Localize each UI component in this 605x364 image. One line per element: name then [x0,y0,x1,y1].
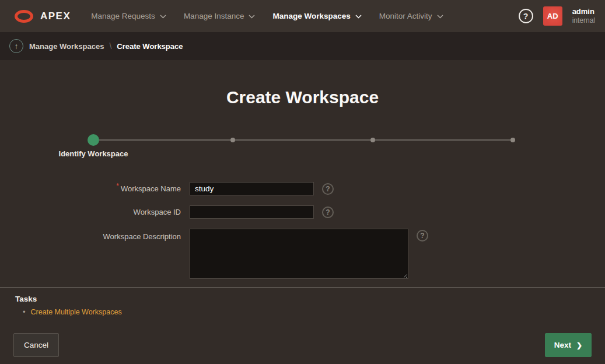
oracle-logo-icon [15,10,33,23]
chevron-down-icon [437,15,443,19]
label-text: Workspace Description [103,232,181,241]
tasks-title: Tasks [15,295,590,303]
chevron-down-icon [355,15,362,19]
required-marker: * [116,182,119,190]
nav-manage-workspaces[interactable]: Manage Workspaces [264,0,370,32]
nav-label: Monitor Activity [379,12,432,20]
nav-label: Manage Workspaces [272,12,350,20]
create-multiple-workspaces-link[interactable]: Create Multiple Workspaces [31,308,122,316]
field-row-workspace-id: Workspace ID ? [0,205,334,219]
chevron-down-icon [160,15,166,19]
workspace-id-help-icon[interactable]: ? [322,206,334,218]
nav-manage-requests[interactable]: Manage Requests [82,0,175,32]
nav-label: Manage Requests [91,12,155,20]
field-row-workspace-name: *Workspace Name ? [0,182,334,195]
breadcrumb-parent[interactable]: Manage Workspaces [29,42,104,51]
nav-label: Manage Instance [184,12,244,20]
label-text: Workspace Name [121,184,181,193]
navbar-right: ? AD admin internal [519,6,595,26]
brand-apex: APEX [40,10,71,22]
breadcrumb: ↑ Manage Workspaces \ Create Workspace [0,32,605,60]
next-button[interactable]: Next❯ [545,333,592,357]
bullet-icon: • [23,307,26,316]
wizard-step-3-dot [370,138,375,142]
page-title: Create Workspace [0,88,605,107]
apex-admin-screen: APEX Manage Requests Manage Instance Man… [0,0,605,364]
workspace-description-textarea[interactable] [190,229,408,279]
cancel-button[interactable]: Cancel [13,333,59,357]
wizard-footer: Cancel Next❯ [0,324,605,364]
next-label: Next [554,341,571,349]
wizard-step-1-dot [88,134,99,146]
wizard-progress-track [93,139,513,141]
workspace-description-label: Workspace Description [0,229,181,241]
top-navbar: APEX Manage Requests Manage Instance Man… [0,0,605,32]
wizard-current-step-label: Identify Workspace [59,149,128,158]
help-icon[interactable]: ? [519,9,533,23]
tasks-region: Tasks • Create Multiple Workspaces [0,287,605,324]
workspace-name-help-icon[interactable]: ? [322,183,334,195]
workspace-id-label: Workspace ID [0,208,181,216]
breadcrumb-current: Create Workspace [117,42,183,51]
wizard-step-4-dot [510,138,515,142]
workspace-name-input[interactable] [190,182,314,195]
chevron-right-icon: ❯ [576,341,582,349]
breadcrumb-separator: \ [109,41,111,51]
tasks-list: • Create Multiple Workspaces [15,307,590,316]
wizard-step-2-dot [230,138,235,142]
field-row-workspace-description: Workspace Description ? [0,229,428,279]
nav-monitor-activity[interactable]: Monitor Activity [370,0,452,32]
workspace-id-input[interactable] [190,205,314,219]
workspace-description-help-icon[interactable]: ? [417,230,428,242]
wizard-body: Create Workspace Identify Workspace *Wor… [0,60,605,287]
label-text: Workspace ID [134,208,181,216]
nav-manage-instance[interactable]: Manage Instance [175,0,264,32]
user-name: admin [572,7,595,16]
workspace-name-label: *Workspace Name [0,184,181,193]
main-nav: Manage Requests Manage Instance Manage W… [82,0,452,32]
chevron-down-icon [249,15,255,19]
user-realm: internal [572,16,595,25]
list-item: • Create Multiple Workspaces [15,307,590,316]
user-info: admin internal [572,7,595,25]
up-arrow-icon[interactable]: ↑ [9,39,23,53]
user-avatar[interactable]: AD [543,6,562,26]
